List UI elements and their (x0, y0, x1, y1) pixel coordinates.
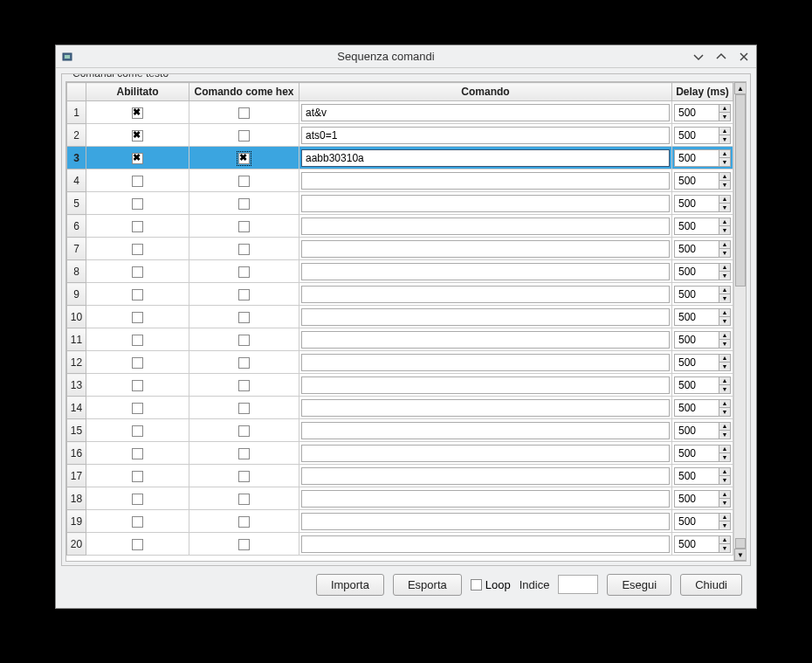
table-row[interactable]: 16▲▼ (67, 442, 733, 465)
spin-up-icon[interactable]: ▲ (719, 308, 731, 317)
row-number[interactable]: 8 (67, 260, 86, 283)
table-row[interactable]: 1▲▼ (67, 101, 733, 124)
spin-down-icon[interactable]: ▼ (719, 521, 731, 530)
table-row[interactable]: 13▲▼ (67, 374, 733, 397)
table-row[interactable]: 8▲▼ (67, 260, 733, 283)
scroll-down-icon[interactable]: ▼ (734, 549, 747, 561)
header-hex[interactable]: Comando come hex (189, 83, 299, 101)
spin-down-icon[interactable]: ▼ (719, 225, 731, 235)
close-icon[interactable] (737, 50, 751, 64)
command-input[interactable] (301, 240, 670, 258)
spin-down-icon[interactable]: ▼ (719, 362, 731, 371)
hex-checkbox[interactable] (238, 539, 250, 550)
row-number[interactable]: 10 (67, 306, 86, 328)
command-input[interactable] (301, 308, 670, 326)
scroll-handle-bottom[interactable] (735, 538, 746, 549)
spin-down-icon[interactable]: ▼ (719, 157, 731, 167)
spin-down-icon[interactable]: ▼ (719, 135, 731, 144)
table-row[interactable]: 4▲▼ (67, 169, 733, 192)
table-row[interactable]: 20▲▼ (67, 533, 733, 556)
vertical-scrollbar[interactable]: ▲ ▼ (733, 82, 746, 561)
spin-down-icon[interactable]: ▼ (719, 543, 731, 553)
spin-up-icon[interactable]: ▲ (719, 513, 731, 521)
spin-down-icon[interactable]: ▼ (719, 203, 731, 212)
enabled-checkbox[interactable] (132, 176, 143, 187)
loop-checkbox[interactable] (471, 579, 482, 590)
spin-down-icon[interactable]: ▼ (719, 271, 731, 280)
enabled-checkbox[interactable] (132, 380, 143, 391)
row-number[interactable]: 15 (67, 419, 86, 442)
spin-up-icon[interactable]: ▲ (719, 149, 731, 158)
row-number[interactable]: 2 (67, 124, 86, 147)
table-row[interactable]: 7▲▼ (67, 238, 733, 260)
delay-input[interactable] (674, 218, 719, 235)
spin-down-icon[interactable]: ▼ (719, 180, 731, 190)
spin-down-icon[interactable]: ▼ (719, 316, 731, 326)
spin-down-icon[interactable]: ▼ (719, 498, 731, 508)
delay-input[interactable] (674, 376, 719, 394)
row-number[interactable]: 1 (67, 101, 86, 124)
delay-input[interactable] (674, 263, 719, 280)
command-input[interactable] (301, 104, 670, 121)
hex-checkbox[interactable] (238, 357, 250, 369)
spin-up-icon[interactable]: ▲ (719, 218, 731, 226)
table-row[interactable]: 14▲▼ (67, 397, 733, 419)
command-input[interactable] (301, 195, 670, 212)
row-number[interactable]: 13 (67, 374, 86, 397)
row-number[interactable]: 20 (67, 533, 86, 556)
table-row[interactable]: 12▲▼ (67, 351, 733, 374)
row-number[interactable]: 14 (67, 397, 86, 419)
hex-checkbox[interactable] (238, 153, 250, 164)
spin-up-icon[interactable]: ▲ (719, 422, 731, 431)
row-number[interactable]: 3 (67, 147, 86, 169)
delay-input[interactable] (674, 127, 719, 144)
index-input[interactable] (558, 575, 598, 594)
delay-input[interactable] (674, 490, 719, 508)
delay-input[interactable] (674, 308, 719, 326)
command-input[interactable] (301, 422, 670, 439)
row-number[interactable]: 6 (67, 215, 86, 238)
table-row[interactable]: 9▲▼ (67, 283, 733, 306)
hex-checkbox[interactable] (238, 312, 250, 323)
delay-input[interactable] (674, 240, 719, 258)
delay-input[interactable] (674, 195, 719, 212)
import-button[interactable]: Importa (316, 574, 384, 596)
spin-up-icon[interactable]: ▲ (719, 490, 731, 499)
table-row[interactable]: 6▲▼ (67, 215, 733, 238)
hex-checkbox[interactable] (238, 425, 250, 437)
spin-up-icon[interactable]: ▲ (719, 240, 731, 249)
spin-up-icon[interactable]: ▲ (719, 127, 731, 135)
spin-up-icon[interactable]: ▲ (719, 467, 731, 476)
spin-up-icon[interactable]: ▲ (719, 399, 731, 408)
enabled-checkbox[interactable] (132, 107, 143, 119)
spin-up-icon[interactable]: ▲ (719, 104, 731, 113)
command-input[interactable] (301, 445, 670, 462)
row-number[interactable]: 18 (67, 487, 86, 510)
close-button[interactable]: Chiudi (680, 574, 742, 596)
command-input[interactable] (301, 172, 670, 190)
row-number[interactable]: 5 (67, 192, 86, 215)
hex-checkbox[interactable] (238, 266, 250, 278)
delay-input[interactable] (674, 286, 719, 303)
enabled-checkbox[interactable] (132, 153, 143, 164)
row-number[interactable]: 11 (67, 328, 86, 351)
enabled-checkbox[interactable] (132, 244, 143, 255)
spin-down-icon[interactable]: ▼ (719, 112, 731, 121)
hex-checkbox[interactable] (238, 176, 250, 187)
delay-input[interactable] (674, 172, 719, 190)
command-input[interactable] (301, 127, 670, 144)
spin-up-icon[interactable]: ▲ (719, 172, 731, 181)
enabled-checkbox[interactable] (132, 266, 143, 278)
row-number[interactable]: 19 (67, 510, 86, 533)
table-row[interactable]: 3▲▼ (67, 147, 733, 169)
row-number[interactable]: 4 (67, 169, 86, 192)
command-input[interactable] (301, 331, 670, 349)
hex-checkbox[interactable] (238, 244, 250, 255)
header-command[interactable]: Comando (299, 83, 672, 101)
enabled-checkbox[interactable] (132, 494, 143, 505)
hex-checkbox[interactable] (238, 494, 250, 505)
hex-checkbox[interactable] (238, 516, 250, 528)
hex-checkbox[interactable] (238, 198, 250, 210)
row-number[interactable]: 7 (67, 238, 86, 260)
delay-input[interactable] (674, 331, 719, 349)
